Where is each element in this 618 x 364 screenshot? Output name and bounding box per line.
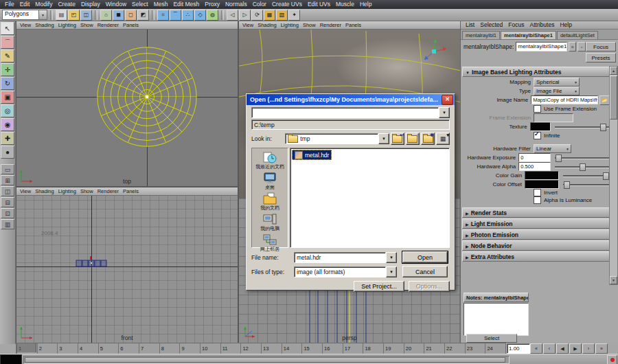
hardware-alpha-field[interactable]: 0.500 xyxy=(518,162,551,171)
select-button[interactable]: Select xyxy=(466,334,517,343)
command-line[interactable] xyxy=(0,354,22,364)
menu-item[interactable]: Help xyxy=(558,21,573,28)
infinite-checkbox[interactable] xyxy=(534,132,541,139)
select-by-object-icon[interactable]: ◼ xyxy=(113,10,124,21)
file-item-selected[interactable]: metal.hdr xyxy=(292,150,332,160)
collapsed-section-header[interactable]: Render Stats xyxy=(462,207,610,218)
frame-tick[interactable]: 6 xyxy=(118,343,139,354)
panel-menu-item[interactable]: Renderer xyxy=(95,22,121,28)
panel-menu-item[interactable]: Renderer xyxy=(318,22,343,28)
frame-tick[interactable]: 21 xyxy=(424,343,444,354)
menu-item[interactable]: Edit xyxy=(17,0,33,9)
frame-tick[interactable]: 9 xyxy=(179,343,200,354)
dialog-titlebar[interactable]: Open (...nd Settings\fhxzcp\My Documents… xyxy=(247,94,455,105)
panel-menu-item[interactable]: Lighting xyxy=(279,22,301,28)
step-forward-button[interactable]: › xyxy=(582,343,595,354)
panel-menu-item[interactable]: Shading xyxy=(33,22,56,28)
cancel-button[interactable]: Cancel xyxy=(402,266,448,277)
chevron-down-icon[interactable] xyxy=(439,107,450,118)
play-forwards-button[interactable]: ▶ xyxy=(569,343,582,354)
menu-item[interactable]: Help xyxy=(357,0,374,9)
panel-menu-item[interactable]: Panels xyxy=(343,22,363,28)
two-pane-side-layout-icon[interactable]: ◫ xyxy=(1,186,14,196)
snap-to-curves-icon[interactable]: ⌒ xyxy=(170,10,181,21)
snap-to-grids-icon[interactable]: ⌗ xyxy=(157,10,169,21)
select-by-component-icon[interactable]: ◻ xyxy=(125,10,137,21)
range-slider-handle[interactable] xyxy=(25,357,505,363)
panel-menu-item[interactable]: Renderer xyxy=(95,188,121,194)
rotate-tool-icon[interactable]: ↻ xyxy=(1,77,14,90)
select-tool-icon[interactable]: ↖ xyxy=(1,22,14,35)
play-backwards-button[interactable]: ◀ xyxy=(556,343,569,354)
mapping-select[interactable]: Spherical xyxy=(534,78,580,87)
hardware-alpha-slider[interactable] xyxy=(555,163,610,170)
files-of-type-select[interactable]: image (all formats) xyxy=(294,267,397,277)
menu-item[interactable]: Color xyxy=(250,0,269,9)
two-pane-stacked-layout-icon[interactable]: ⊟ xyxy=(1,197,14,207)
frame-tick[interactable]: 12 xyxy=(240,343,261,354)
slider-handle[interactable] xyxy=(564,181,570,189)
panel-menu-item[interactable]: Lighting xyxy=(56,188,78,194)
panel-menu-item[interactable]: View xyxy=(18,188,33,194)
menu-item[interactable]: File xyxy=(2,0,17,9)
menu-item[interactable]: Edit UVs xyxy=(305,0,333,9)
panel-menu-item[interactable]: Show xyxy=(78,22,95,28)
single-pane-layout-icon[interactable]: ▭ xyxy=(1,164,14,174)
output-connections-icon[interactable]: ▷ xyxy=(239,10,251,21)
last-tool-icon[interactable]: ● xyxy=(1,146,14,159)
frame-tick[interactable]: 2 xyxy=(37,343,58,354)
panel-menu-item[interactable]: View xyxy=(240,22,255,28)
soft-mod-tool-icon[interactable]: ◉ xyxy=(1,118,14,131)
paint-select-tool-icon[interactable]: ✎ xyxy=(1,49,14,62)
menu-item[interactable]: Window xyxy=(103,0,129,9)
input-connections-icon[interactable]: ◁ xyxy=(227,10,238,21)
color-gain-slider[interactable] xyxy=(563,172,610,179)
place-desktop[interactable]: 桌面 xyxy=(253,171,286,190)
options-button[interactable]: Options... xyxy=(409,281,450,292)
scale-tool-icon[interactable]: ▣ xyxy=(1,91,14,104)
menu-item[interactable]: Normals xyxy=(222,0,250,9)
chevron-down-icon[interactable] xyxy=(378,133,389,144)
menu-item[interactable]: Proxy xyxy=(202,0,222,9)
type-select[interactable]: Image File xyxy=(534,87,580,95)
menu-item[interactable]: Select xyxy=(129,0,151,9)
frame-tick[interactable]: 14 xyxy=(282,343,302,354)
menu-item[interactable]: Create xyxy=(55,0,78,9)
frame-tick[interactable]: 11 xyxy=(220,343,241,354)
save-scene-icon[interactable]: ◫ xyxy=(80,10,92,21)
collapsed-section-header[interactable]: Extra Attributes xyxy=(462,251,610,262)
chevron-down-icon[interactable] xyxy=(38,10,47,19)
viewport-front-canvas[interactable]: 2008.4 front xyxy=(16,196,238,343)
frame-tick[interactable]: 23 xyxy=(465,343,485,354)
scroll-up-icon[interactable]: ▲ xyxy=(610,67,617,75)
color-offset-swatch[interactable] xyxy=(525,180,559,189)
frame-tick[interactable]: 3 xyxy=(57,343,78,354)
move-manipulator-gizmo[interactable] xyxy=(420,38,450,65)
frame-tick[interactable]: 19 xyxy=(383,343,404,354)
tab-mentalrayiblshape1[interactable]: mentalrayIblShape1 xyxy=(501,31,556,39)
chevron-down-icon[interactable] xyxy=(386,266,397,277)
open-button[interactable]: Open xyxy=(402,251,448,263)
panel-menu-item[interactable]: Lighting xyxy=(56,22,78,28)
close-icon[interactable]: ✕ xyxy=(442,95,453,105)
place-recent-documents[interactable]: 我最近的文档 xyxy=(253,150,286,170)
panel-menu-item[interactable]: Panels xyxy=(121,188,141,194)
snap-to-points-icon[interactable]: ∴ xyxy=(182,10,194,21)
frame-tick[interactable]: 7 xyxy=(139,343,159,354)
lasso-tool-icon[interactable]: ⌒ xyxy=(1,36,14,49)
place-my-documents[interactable]: 我的文档 xyxy=(253,192,286,211)
range-slider[interactable] xyxy=(23,356,510,364)
pin-node-icon[interactable]: ▫ xyxy=(577,42,586,52)
menu-item[interactable]: Focus xyxy=(506,21,526,28)
section-image-based-lighting[interactable]: Image Based Lighting Attributes xyxy=(462,67,610,77)
attribute-editor-scrollbar[interactable]: ▲ ▼ xyxy=(609,66,618,285)
construction-history-icon[interactable]: ⟳ xyxy=(251,10,263,21)
texture-slider[interactable] xyxy=(555,123,610,130)
menu-item[interactable]: Modify xyxy=(32,0,55,9)
browse-folder-icon[interactable]: 📂 xyxy=(599,95,610,105)
panel-menu-item[interactable]: Panels xyxy=(121,22,141,28)
go-to-start-button[interactable]: « xyxy=(530,343,542,354)
image-name-field[interactable]: Maps\Copy of HDRI Maps\fhs_hdr.hdr xyxy=(531,95,597,104)
frame-tick[interactable]: 22 xyxy=(444,343,465,354)
collapsed-section-header[interactable]: Photon Emission xyxy=(462,229,610,240)
